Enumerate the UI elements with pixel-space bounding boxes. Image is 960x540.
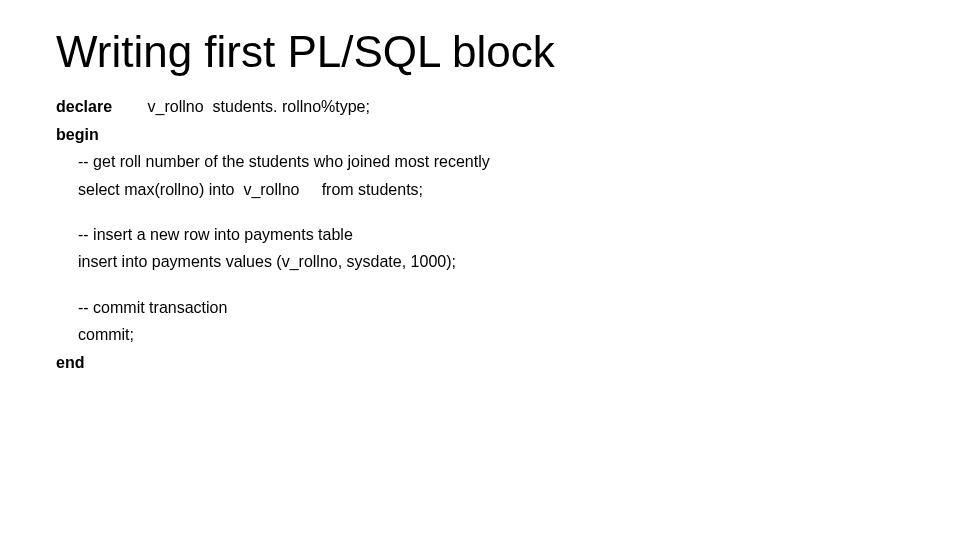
declare-keyword: declare <box>56 98 112 115</box>
declare-rest: v_rollno students. rollno%type; <box>112 98 370 115</box>
code-line-commit: commit; <box>56 326 904 344</box>
code-line-end: end <box>56 354 904 372</box>
code-line-select: select max(rollno) into v_rollno from st… <box>56 181 904 199</box>
blank-line <box>56 281 904 299</box>
code-line-declare: declare v_rollno students. rollno%type; <box>56 98 904 116</box>
slide-title: Writing first PL/SQL block <box>56 28 904 76</box>
code-line-comment-3: -- commit transaction <box>56 299 904 317</box>
code-line-comment-2: -- insert a new row into payments table <box>56 226 904 244</box>
slide: Writing first PL/SQL block declare v_rol… <box>0 0 960 540</box>
code-line-begin: begin <box>56 126 904 144</box>
code-block: declare v_rollno students. rollno%type; … <box>56 98 904 372</box>
code-line-insert: insert into payments values (v_rollno, s… <box>56 253 904 271</box>
blank-line <box>56 208 904 226</box>
code-line-comment-1: -- get roll number of the students who j… <box>56 153 904 171</box>
